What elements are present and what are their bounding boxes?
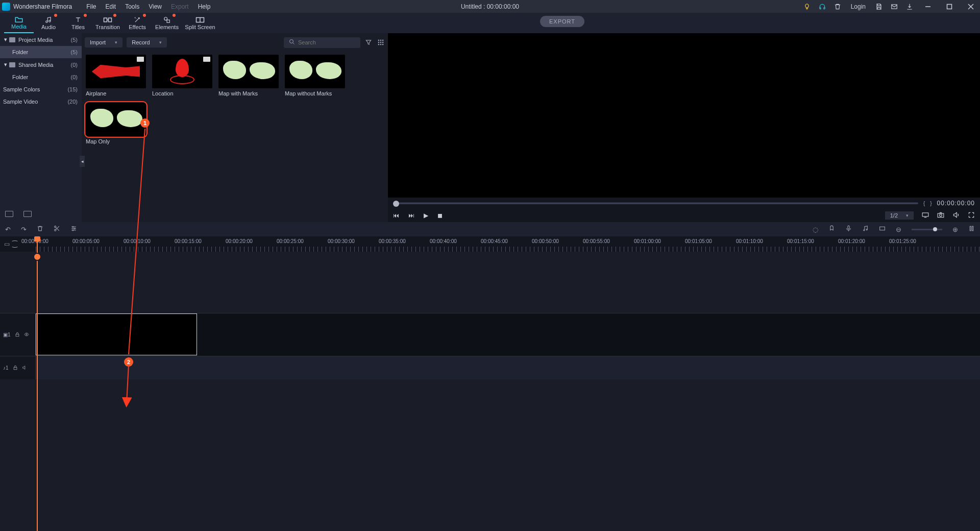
menu-view[interactable]: View [144, 2, 166, 11]
record-label: Record [132, 39, 150, 45]
tab-transition[interactable]: Transition [93, 13, 122, 33]
tab-titles-label: Titles [71, 24, 85, 30]
track-lock-button[interactable] [15, 332, 20, 338]
sidebar-item-label: Folder [12, 49, 28, 55]
window-minimize-button[interactable] [921, 3, 935, 11]
ruler-label: 00:00:55:00 [583, 238, 610, 244]
zoom-in-button[interactable]: ⊕ [952, 226, 958, 233]
media-item-airplane[interactable]: Airplane [86, 55, 146, 96]
media-item-map-without-marks[interactable]: Map without Marks [285, 55, 345, 96]
redo-button[interactable]: ↷ [21, 226, 27, 233]
playhead[interactable] [37, 236, 38, 531]
tab-titles[interactable]: Titles [63, 13, 93, 33]
sidebar-item-project-media[interactable]: ▾ Project Media (5) [0, 33, 82, 46]
slider-knob-icon[interactable] [933, 227, 937, 231]
titlebar: Wondershare Filmora File Edit Tools View… [0, 0, 980, 13]
display-settings-button[interactable] [922, 211, 929, 220]
stop-button[interactable]: ◼ [437, 212, 443, 219]
prev-frame-button[interactable]: ⏮ [393, 212, 399, 219]
record-dropdown[interactable]: Record ▾ [127, 37, 166, 47]
filter-button[interactable] [364, 38, 373, 46]
tab-splitscreen[interactable]: Split Screen [182, 13, 218, 33]
audio-mixer-button[interactable] [862, 225, 869, 233]
track-toggle-audio-button[interactable]: ♪1 [3, 365, 9, 371]
track-body[interactable] [36, 356, 980, 379]
preview-panel: { } 00:00:00:00 ⏮ ⏭ ▶ ◼ 1/2 ▾ [388, 33, 980, 222]
media-item-location[interactable]: Location [152, 55, 212, 96]
preview-screen[interactable] [388, 33, 980, 198]
preview-quality-dropdown[interactable]: 1/2 ▾ [885, 211, 914, 220]
snapshot-button[interactable] [937, 211, 944, 220]
sidebar-item-folder-1[interactable]: Folder (5) [0, 46, 82, 58]
tab-media[interactable]: Media [4, 13, 34, 33]
new-folder-button[interactable] [5, 211, 13, 217]
mail-icon[interactable] [890, 3, 898, 11]
search-box[interactable] [284, 37, 360, 48]
svg-point-25 [940, 214, 942, 216]
collapse-sidebar-button[interactable]: ◂ [80, 156, 85, 167]
window-maximize-button[interactable] [942, 3, 957, 11]
sidebar-item-sample-video[interactable]: Sample Video (20) [0, 95, 82, 108]
trash-icon[interactable] [834, 3, 842, 11]
tab-elements[interactable]: Elements [152, 13, 182, 33]
preview-scrubbar: { } 00:00:00:00 [388, 198, 980, 209]
delete-button[interactable] [37, 225, 43, 233]
marker-button[interactable] [828, 225, 835, 233]
drop-target-placeholder[interactable] [36, 313, 197, 355]
track-mute-button[interactable] [22, 365, 27, 371]
slider-knob-icon[interactable] [393, 201, 399, 207]
login-link[interactable]: Login [849, 3, 868, 10]
media-item-map-with-marks[interactable]: Map with Marks [218, 55, 279, 96]
track-lock-button[interactable] [13, 365, 18, 371]
export-button[interactable]: EXPORT [540, 16, 584, 27]
video-track-1[interactable]: ▣1 [0, 313, 980, 356]
sidebar-item-shared-media[interactable]: ▾ Shared Media (0) [0, 58, 82, 71]
track-toggle-video-button[interactable]: ▣1 [3, 332, 11, 337]
sidebar-item-label: Folder [12, 74, 28, 80]
edit-settings-button[interactable] [70, 225, 77, 233]
menu-tools[interactable]: Tools [121, 2, 143, 11]
playhead-knob-icon[interactable] [33, 253, 41, 261]
svg-rect-41 [972, 226, 973, 231]
grid-view-button[interactable] [377, 38, 385, 46]
svg-point-38 [866, 229, 867, 230]
media-item-map-only[interactable]: Map Only [86, 103, 146, 144]
window-close-button[interactable] [964, 3, 978, 11]
mark-in-icon[interactable]: { [923, 201, 925, 206]
volume-button[interactable] [952, 211, 960, 220]
tips-icon[interactable] [803, 3, 811, 11]
timeline-ruler[interactable]: ▭ ͜͡ 00:00:00:0000:00:05:0000:00:10:0000… [0, 236, 980, 252]
preview-slider[interactable] [393, 202, 918, 204]
zoom-slider[interactable] [912, 229, 942, 230]
fullscreen-button[interactable] [968, 211, 975, 220]
track-body[interactable] [36, 313, 980, 356]
track-visibility-button[interactable] [24, 332, 29, 338]
zoom-to-fit-button[interactable] [968, 225, 975, 233]
next-frame-button[interactable]: ⏭ [408, 212, 414, 219]
render-button[interactable]: ◌ [813, 226, 818, 233]
open-folder-button[interactable] [23, 211, 32, 217]
audio-track-1[interactable]: ♪1 [0, 356, 980, 379]
download-icon[interactable] [905, 3, 914, 11]
crop-button[interactable] [879, 225, 886, 233]
search-input[interactable] [298, 39, 355, 45]
save-icon[interactable] [875, 3, 883, 11]
import-dropdown[interactable]: Import ▾ [85, 37, 122, 47]
tab-audio[interactable]: Audio [34, 13, 63, 33]
mark-out-icon[interactable]: } [930, 201, 932, 206]
undo-button[interactable]: ↶ [5, 226, 11, 233]
menu-edit[interactable]: Edit [102, 2, 120, 11]
play-button[interactable]: ▶ [424, 212, 428, 219]
menu-help[interactable]: Help [194, 2, 215, 11]
wand-icon [133, 16, 142, 23]
select-all-button[interactable]: ▭ [4, 240, 10, 248]
voiceover-button[interactable] [845, 225, 852, 233]
menu-file[interactable]: File [82, 2, 100, 11]
headphones-icon[interactable] [818, 3, 826, 11]
zoom-out-button[interactable]: ⊖ [896, 226, 901, 233]
tab-effects[interactable]: Effects [122, 13, 152, 33]
split-button[interactable] [54, 225, 60, 233]
image-badge-icon [137, 57, 144, 62]
sidebar-item-sample-colors[interactable]: Sample Colors (15) [0, 83, 82, 95]
sidebar-item-folder-2[interactable]: Folder (0) [0, 71, 82, 83]
